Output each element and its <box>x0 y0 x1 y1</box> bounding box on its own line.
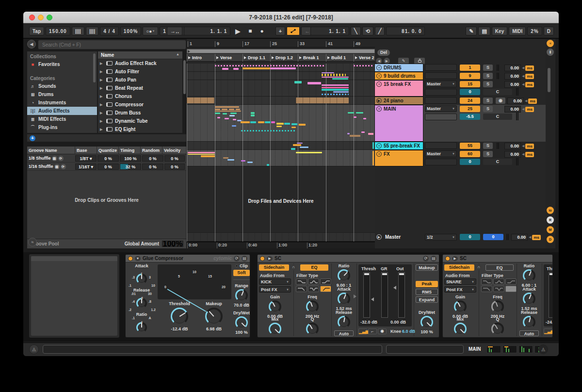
master-value-1[interactable]: 0 <box>460 234 480 240</box>
range-knob[interactable] <box>235 289 248 302</box>
time-signature-field[interactable]: 4 / 4 <box>100 27 118 35</box>
clip[interactable] <box>223 113 227 114</box>
browser-back-icon[interactable]: ◀ <box>27 40 36 49</box>
track-number[interactable]: 55 <box>460 143 480 149</box>
clip[interactable] <box>284 123 290 125</box>
track-delay[interactable]: 0.00◀ms <box>504 81 534 88</box>
track-number[interactable]: 9 <box>460 73 480 79</box>
track-name[interactable]: ≡MAIN <box>374 105 423 142</box>
midi-overdub-button[interactable]: + <box>275 27 285 35</box>
list-item[interactable]: ▶Compressor <box>98 100 182 109</box>
release-knob[interactable] <box>136 298 147 309</box>
volume-field[interactable]: 0 <box>460 159 480 165</box>
clip[interactable] <box>348 112 354 114</box>
clip[interactable] <box>265 121 271 123</box>
delete-locator-button[interactable]: Del <box>377 49 390 56</box>
play-button[interactable]: ▶ <box>232 27 243 35</box>
track-header-main[interactable]: ≡MAIN Master▼ 25 S -5.5 C 0.00◀ms <box>374 105 546 142</box>
disclosure-icon[interactable]: ▶ <box>100 62 104 65</box>
track-delay[interactable]: 0.00◀ms <box>504 151 534 158</box>
sidebar-item-instruments[interactable]: ◔Instruments <box>27 98 97 107</box>
clip[interactable] <box>225 118 229 119</box>
record-button[interactable]: ● <box>257 27 267 35</box>
track-delay[interactable]: 0.00◀ms <box>507 98 537 104</box>
clip[interactable] <box>230 113 237 114</box>
overview-toggle-button[interactable]: ≡ <box>547 40 554 47</box>
clip[interactable] <box>222 68 228 70</box>
arrangement-loop-bar[interactable] <box>187 49 375 53</box>
clip[interactable] <box>350 135 360 137</box>
clip[interactable] <box>293 144 301 146</box>
clip[interactable] <box>233 119 236 120</box>
solo-button[interactable]: S <box>483 98 493 104</box>
clip[interactable] <box>215 65 325 66</box>
clip[interactable] <box>372 142 374 149</box>
arrangement-position-field[interactable]: 1. 1. 1 <box>184 27 230 35</box>
clip[interactable] <box>201 155 215 157</box>
clip[interactable] <box>270 67 296 69</box>
clip[interactable] <box>291 127 296 128</box>
group-track-icon[interactable]: ≡ <box>376 73 382 79</box>
clip[interactable] <box>296 98 349 103</box>
freq-knob[interactable] <box>491 300 504 313</box>
groove-timing-field[interactable]: 32 % <box>120 163 141 170</box>
clip[interactable] <box>333 91 349 93</box>
clip[interactable] <box>322 87 349 88</box>
clip[interactable] <box>271 121 275 123</box>
groove-base-select[interactable]: 1/16T ▾ <box>75 163 97 170</box>
groove-timing-field[interactable]: 100 % <box>120 155 141 162</box>
clip[interactable] <box>232 125 236 127</box>
sidechain-toggle[interactable]: Sidechain <box>444 264 474 271</box>
clip[interactable] <box>251 114 255 116</box>
groove-random-field[interactable]: 0 % <box>142 155 163 162</box>
clip[interactable] <box>229 115 235 116</box>
filter-lowpass-button[interactable] <box>296 286 307 292</box>
draw-mode-button[interactable]: ✎ <box>466 27 477 35</box>
tempo-field[interactable]: 150.00 <box>46 27 70 35</box>
play-track-icon[interactable]: ▶ <box>376 234 382 240</box>
audio-from-select[interactable]: SNARE▼ <box>444 278 476 285</box>
volume-field[interactable]: 0 <box>460 89 480 95</box>
gain-knob[interactable] <box>454 300 467 313</box>
track-header-master[interactable]: ▶ Master 1/2▼ 0 0 0.00◀ms <box>374 233 546 242</box>
sidebar-item-plugins[interactable]: ⌒Plug-ins <box>27 123 97 131</box>
show-mixer-button[interactable]: M <box>547 226 554 233</box>
time-ruler[interactable]: 0:00 0:20 0:40 1:00 1:20 <box>187 242 375 248</box>
track-delay[interactable]: 0.00◀ms <box>504 106 534 113</box>
mix-knob[interactable] <box>454 323 467 335</box>
device-on-toggle[interactable] <box>260 256 265 261</box>
filter-notch-button[interactable] <box>308 286 319 292</box>
list-item[interactable]: ▶Auto Filter <box>98 67 182 76</box>
automation-arm-button[interactable] <box>287 27 300 35</box>
commit-groove-icon[interactable]: ▤ <box>54 164 60 169</box>
track-name[interactable]: ≡DRUMS <box>374 64 423 72</box>
stop-button[interactable]: ■ <box>245 27 255 35</box>
clip[interactable] <box>236 109 240 110</box>
clip[interactable] <box>241 121 250 123</box>
locator[interactable]: Drop 1.2 <box>270 54 293 62</box>
volume-field[interactable]: -5.5 <box>460 114 480 120</box>
disclosure-icon[interactable]: ▶ <box>100 111 104 115</box>
disclosure-icon[interactable]: ▶ <box>100 78 104 82</box>
list-item[interactable]: ▶EQ Eight <box>98 125 182 133</box>
solo-button[interactable]: S <box>483 143 493 149</box>
clip[interactable] <box>322 74 346 76</box>
clip[interactable] <box>297 143 303 144</box>
loop-start-field[interactable]: 1. 1. 1 <box>310 27 349 35</box>
nudge-up-button[interactable]: |||| <box>86 27 98 35</box>
hotswap-groove-icon[interactable]: ⟳ <box>61 164 66 169</box>
groove-row[interactable]: 1/16 Shuffle▤⟳ 1/16T ▾ 0 % 32 % 0 % 0 % <box>27 163 186 171</box>
disclosure-icon[interactable]: ▶ <box>100 103 104 107</box>
collapse-arrow-icon[interactable] <box>354 294 356 298</box>
clip[interactable] <box>241 130 295 131</box>
group-track-icon[interactable]: ≡ <box>376 65 382 70</box>
track-number[interactable]: 25 <box>460 106 480 112</box>
loop-toggle[interactable]: ⟲ <box>362 27 373 35</box>
locator-row[interactable]: Intro Verse Drop 1.1 Drop 1.2 Break 1 Bu… <box>187 54 375 62</box>
list-item[interactable]: ▶Drum Buss <box>98 109 182 117</box>
tap-point-select[interactable]: Post FX▼ <box>259 286 291 293</box>
makeup-toggle[interactable]: Makeup <box>416 264 438 271</box>
clip[interactable] <box>368 133 373 135</box>
rms-mode-button[interactable]: RMS <box>416 289 438 295</box>
attack-knob[interactable] <box>136 274 147 284</box>
